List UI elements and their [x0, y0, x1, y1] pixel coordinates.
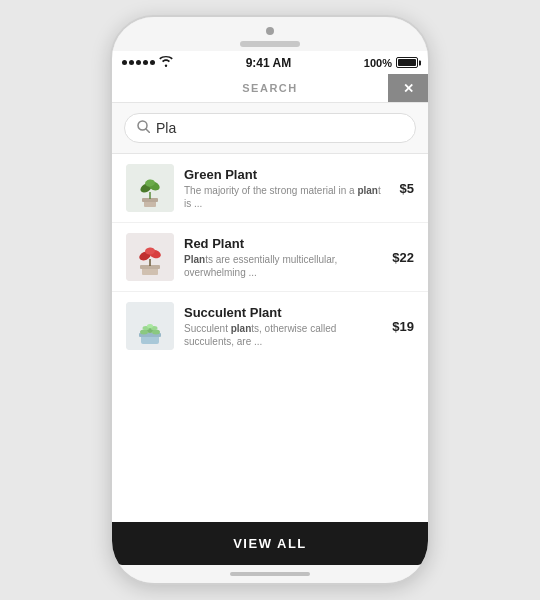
signal-dot-3: [136, 60, 141, 65]
red-plant-image: [126, 233, 174, 281]
result-thumb-succulent-plant: [126, 302, 174, 350]
result-price-green-plant: $5: [400, 181, 414, 196]
result-item-green-plant[interactable]: Green Plant The majority of the strong m…: [112, 154, 428, 223]
result-desc-red-plant: Plants are essentially multicellular, ov…: [184, 253, 382, 279]
svg-point-24: [147, 324, 153, 328]
result-text-succulent-plant: Succulent Plant Succulent plants, otherw…: [184, 305, 382, 348]
result-price-succulent-plant: $19: [392, 319, 414, 334]
search-header-title: SEARCH: [242, 82, 297, 94]
result-name-succulent-plant: Succulent Plant: [184, 305, 382, 320]
speaker: [240, 41, 300, 47]
result-item-succulent-plant[interactable]: Succulent Plant Succulent plants, otherw…: [112, 292, 428, 360]
search-input-wrapper: [124, 113, 416, 143]
view-all-button[interactable]: VIEW ALL: [112, 522, 428, 565]
result-name-green-plant: Green Plant: [184, 167, 390, 182]
svg-point-20: [140, 330, 148, 335]
result-thumb-green-plant: [126, 164, 174, 212]
result-name-red-plant: Red Plant: [184, 236, 382, 251]
camera: [266, 27, 274, 35]
signal-dot-1: [122, 60, 127, 65]
svg-line-1: [146, 129, 150, 133]
result-text-red-plant: Red Plant Plants are essentially multice…: [184, 236, 382, 279]
result-name-prefix: Green: [184, 167, 225, 182]
phone-frame: 9:41 AM 100% SEARCH ✕: [110, 15, 430, 585]
signal-dots: [122, 60, 155, 65]
battery-fill: [398, 59, 416, 66]
green-plant-image: [126, 164, 174, 212]
status-time: 9:41 AM: [246, 56, 292, 70]
result-thumb-red-plant: [126, 233, 174, 281]
status-bar: 9:41 AM 100%: [112, 51, 428, 74]
close-button[interactable]: ✕: [388, 74, 428, 102]
search-input-area: [112, 103, 428, 154]
signal-area: [122, 55, 173, 70]
result-name-highlight: Plant: [225, 167, 257, 182]
phone-top: [112, 17, 428, 51]
result-desc-green-plant: The majority of the strong material in a…: [184, 184, 390, 210]
app-screen: SEARCH ✕: [112, 74, 428, 565]
signal-dot-2: [129, 60, 134, 65]
signal-dot-4: [143, 60, 148, 65]
wifi-icon: [159, 55, 173, 70]
succulent-plant-image: [126, 302, 174, 350]
signal-dot-5: [150, 60, 155, 65]
battery-bar: [396, 57, 418, 68]
svg-point-21: [152, 330, 160, 335]
search-header: SEARCH ✕: [112, 74, 428, 103]
search-icon: [137, 120, 150, 136]
result-price-red-plant: $22: [392, 250, 414, 265]
battery-percent: 100%: [364, 57, 392, 69]
home-bar: [230, 572, 310, 576]
search-input[interactable]: [156, 120, 403, 136]
phone-bottom: [112, 565, 428, 583]
battery-area: 100%: [364, 57, 418, 69]
result-text-green-plant: Green Plant The majority of the strong m…: [184, 167, 390, 210]
results-list: Green Plant The majority of the strong m…: [112, 154, 428, 522]
result-item-red-plant[interactable]: Red Plant Plants are essentially multice…: [112, 223, 428, 292]
result-desc-succulent-plant: Succulent plants, otherwise called succu…: [184, 322, 382, 348]
